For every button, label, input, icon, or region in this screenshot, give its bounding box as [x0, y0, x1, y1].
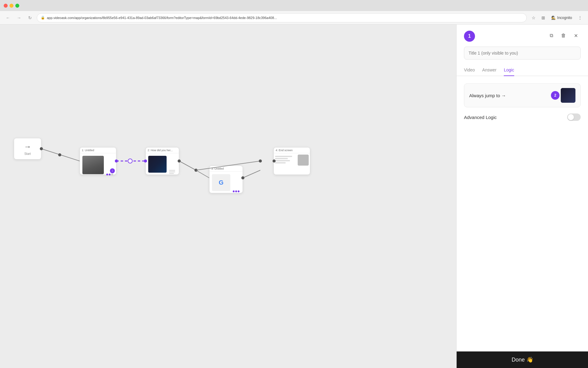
node-1-thumbnail: [82, 156, 104, 174]
canvas-area: → Start 1: Untitled i 2: How did you her…: [0, 25, 456, 368]
done-label: Done 👋: [511, 356, 533, 363]
step-badge: 1: [464, 31, 475, 42]
advanced-logic-row: Advanced Logic: [464, 113, 581, 121]
extensions-button[interactable]: ⊞: [539, 13, 548, 22]
incognito-icon: 🕵: [551, 16, 556, 20]
svg-line-0: [41, 149, 80, 161]
copy-icon: ⧉: [550, 33, 553, 38]
star-button[interactable]: ☆: [529, 13, 538, 22]
incognito-button[interactable]: 🕵 Incognito: [549, 13, 575, 22]
address-bar[interactable]: 🔒 app.videoask.com/app/organizations/8b9…: [37, 13, 527, 22]
nav-actions: ☆ ⊞ 🕵 Incognito ⋮: [529, 13, 584, 22]
node-1-label: 1: Untitled: [80, 148, 116, 153]
nav-bar: ← → ↻ 🔒 app.videoask.com/app/organizatio…: [0, 11, 588, 25]
dot-n3-3: [238, 190, 239, 192]
dot-gray: [111, 174, 113, 175]
node-start[interactable]: → Start: [14, 138, 41, 159]
dot-n3-1: [233, 190, 235, 192]
target-step-badge: 2: [551, 91, 560, 100]
side-panel: 1 ⧉ 🗑 ✕ Video Answer Logic Always jump t…: [456, 25, 588, 368]
copy-button[interactable]: ⧉: [546, 31, 556, 40]
tab-answer[interactable]: Answer: [482, 64, 497, 76]
svg-point-2: [58, 153, 61, 156]
connections-svg: [0, 25, 456, 368]
url-text: app.videoask.com/app/organizations/8b955…: [47, 16, 277, 20]
lock-icon: 🔒: [41, 16, 45, 20]
svg-point-12: [259, 159, 262, 163]
forward-icon: →: [17, 15, 21, 20]
always-jump-target: 2: [551, 88, 575, 103]
panel-content: Always jump to → 2 Advanced Logic: [457, 76, 588, 351]
node-2[interactable]: 2: How did you her...: [145, 147, 179, 175]
close-traffic-light[interactable]: [4, 4, 8, 8]
forward-button[interactable]: →: [15, 13, 23, 22]
node-3[interactable]: 3: Untitled G: [209, 166, 243, 193]
target-thumbnail: [561, 88, 575, 103]
panel-header-actions: ⧉ 🗑 ✕: [546, 31, 581, 40]
title-input[interactable]: [464, 47, 581, 59]
refresh-button[interactable]: ↻: [26, 13, 34, 22]
maximize-traffic-light[interactable]: [15, 4, 19, 8]
back-icon: ←: [6, 15, 10, 20]
flow-canvas[interactable]: → Start 1: Untitled i 2: How did you her…: [0, 25, 456, 368]
panel-header: 1 ⧉ 🗑 ✕: [457, 25, 588, 42]
dot-n3-2: [235, 190, 237, 192]
browser-chrome: ← → ↻ 🔒 app.videoask.com/app/organizatio…: [0, 0, 588, 25]
advanced-logic-toggle[interactable]: [567, 113, 581, 121]
node-4-label: 4: End screen: [274, 148, 310, 153]
node-4[interactable]: 4: End screen: [273, 147, 310, 175]
dot-purple-2: [109, 174, 111, 175]
svg-point-5: [128, 159, 132, 163]
back-button[interactable]: ←: [4, 13, 12, 22]
delete-button[interactable]: 🗑: [559, 31, 568, 40]
svg-line-13: [243, 170, 260, 178]
close-panel-button[interactable]: ✕: [571, 31, 581, 40]
svg-line-7: [179, 161, 196, 170]
node-2-thumbnail: [148, 156, 167, 173]
close-icon: ✕: [574, 33, 578, 39]
node-4-gray-square: [298, 155, 309, 166]
incognito-label: Incognito: [557, 16, 572, 20]
tab-logic[interactable]: Logic: [504, 64, 514, 76]
advanced-logic-label: Advanced Logic: [464, 115, 497, 120]
refresh-icon: ↻: [28, 15, 32, 20]
node-3-label: 3: Untitled: [209, 166, 243, 172]
start-label: Start: [24, 152, 31, 155]
node-1-info-badge: i: [110, 168, 115, 173]
node-3-thumbnail: G: [212, 174, 230, 191]
done-button[interactable]: Done 👋: [511, 356, 533, 363]
minimize-traffic-light[interactable]: [9, 4, 13, 8]
start-arrow-icon: →: [24, 142, 31, 151]
always-jump-text: Always jump to →: [469, 93, 506, 98]
always-jump-row[interactable]: Always jump to → 2: [464, 83, 581, 107]
node-4-lines: [275, 155, 296, 166]
tab-video[interactable]: Video: [464, 64, 475, 76]
node-2-label: 2: How did you her...: [146, 148, 179, 153]
more-button[interactable]: ⋮: [576, 13, 584, 22]
dot-purple: [106, 174, 108, 175]
traffic-lights: [4, 4, 19, 8]
toggle-knob: [568, 114, 574, 120]
panel-tabs: Video Answer Logic: [457, 64, 588, 76]
title-bar: [0, 0, 588, 11]
node-1[interactable]: 1: Untitled i: [80, 147, 116, 175]
svg-line-9: [196, 170, 209, 178]
done-bar: Done 👋: [457, 351, 588, 368]
trash-icon: 🗑: [561, 33, 566, 38]
svg-point-10: [194, 169, 198, 172]
